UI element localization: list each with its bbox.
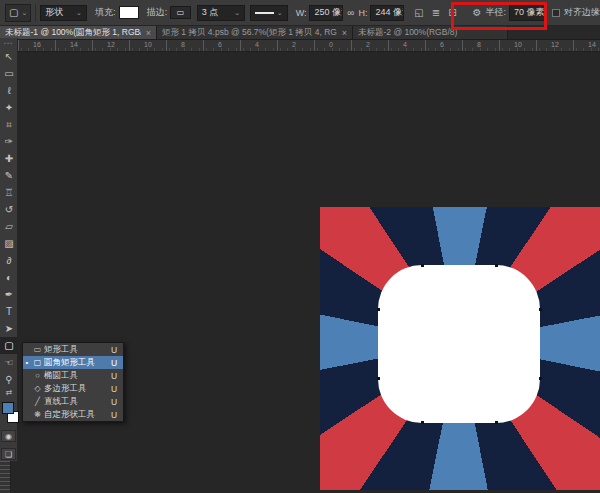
flyout-item-5[interactable]: ╱直线工具U — [23, 395, 123, 408]
tool-label: 直线工具 — [44, 396, 111, 408]
document-tab-3[interactable]: 未标题-2 @ 100%(RGB/8) — [353, 26, 508, 39]
flyout-item-4[interactable]: ◇多边形工具U — [23, 382, 123, 395]
tool-shortcut: U — [111, 345, 123, 355]
tool-shortcut: U — [111, 397, 123, 407]
ruler-number: 16 — [33, 41, 41, 48]
move-tool[interactable]: ↖ — [0, 48, 18, 65]
chevron-down-icon: ⌄ — [234, 9, 240, 17]
quick-mask-icon[interactable]: ◉ — [1, 430, 16, 442]
path-operations-icon[interactable]: ◱ — [410, 4, 427, 22]
path-anchor-point[interactable] — [539, 308, 542, 311]
hand-tool[interactable]: ☜ — [0, 354, 18, 371]
radius-label: 半径: — [485, 6, 506, 19]
lasso-tool[interactable]: ℓ — [0, 82, 18, 99]
document-tab-1[interactable]: 未标题-1 @ 100%(圆角矩形 1, RGB/8)*× — [0, 26, 157, 39]
ruler-number: 6 — [218, 41, 222, 48]
crop-tool[interactable]: ⌗ — [0, 116, 18, 133]
radius-input[interactable]: 70 像素 — [509, 5, 546, 21]
path-anchor-point[interactable] — [421, 421, 424, 424]
chevron-down-icon: ⌄ — [277, 9, 283, 17]
path-anchor-point[interactable] — [377, 308, 380, 311]
stroke-width-value: 3 点 — [202, 6, 232, 19]
document-tab-2[interactable]: 矩形 1 拷贝 4.psb @ 56.7%(矩形 1 拷贝 4, RGB/8)*… — [157, 26, 353, 39]
zoom-tool[interactable]: ⚲ — [0, 371, 18, 388]
chevron-down-icon: ⌄ — [21, 9, 27, 17]
screen-mode-icon[interactable]: ❏ — [1, 448, 16, 460]
tool-label: 矩形工具 — [44, 344, 111, 356]
panel-grip[interactable]: ••• — [0, 38, 17, 48]
height-input[interactable]: 244 像素 — [370, 5, 404, 21]
options-bar: ▢ ⌄ 形状 ⌄ 填充: 描边: ▭ 3 点 ⌄ ⌄ W: 250 像素 ∞ H… — [0, 0, 600, 26]
ruler-number: 10 — [514, 41, 522, 48]
width-input[interactable]: 250 像素 — [309, 5, 343, 21]
align-edges-checkbox[interactable] — [552, 9, 560, 17]
flyout-item-2[interactable]: •▢圆角矩形工具U — [23, 356, 123, 369]
vertical-ruler[interactable] — [0, 461, 11, 493]
tool-label: 多边形工具 — [44, 383, 111, 395]
path-anchor-point[interactable] — [421, 264, 424, 267]
ruler-number: 12 — [551, 41, 559, 48]
dodge-tool[interactable]: ◐ — [0, 269, 18, 286]
tool-label: 椭圆工具 — [44, 370, 111, 382]
ruler-number: 2 — [366, 41, 370, 48]
tools-list: ↖▭ℓ✦⌗✑✚✎♖↺▱▨∂◐✒T➤▢☜⚲ — [0, 48, 17, 388]
tool-label: 圆角矩形工具 — [44, 357, 111, 369]
document-canvas[interactable] — [320, 207, 600, 490]
separator — [35, 4, 36, 22]
gradient-tool[interactable]: ▨ — [0, 235, 18, 252]
tool-shortcut: U — [111, 384, 123, 394]
quick-selection-tool[interactable]: ✦ — [0, 99, 18, 116]
pen-tool[interactable]: ✒ — [0, 286, 18, 303]
brush-tool[interactable]: ✎ — [0, 167, 18, 184]
swap-colors-icon[interactable]: ⇄ — [0, 388, 18, 398]
stroke-label: 描边: — [147, 6, 168, 19]
close-icon[interactable]: × — [342, 28, 347, 38]
path-anchor-point[interactable] — [495, 264, 498, 267]
ruler-number: 2 — [292, 41, 296, 48]
flyout-item-6[interactable]: ❋自定形状工具U — [23, 408, 123, 421]
stroke-width-field[interactable]: 3 点 ⌄ — [197, 5, 245, 21]
path-selection-tool[interactable]: ➤ — [0, 320, 18, 337]
tab-label: 未标题-2 @ 100%(RGB/8) — [358, 27, 502, 39]
flyout-item-3[interactable]: ○椭圆工具U — [23, 369, 123, 382]
ruler-number: 8 — [477, 41, 481, 48]
eyedropper-tool[interactable]: ✑ — [0, 133, 18, 150]
healing-brush-tool[interactable]: ✚ — [0, 150, 18, 167]
fill-color-swatch[interactable] — [119, 6, 139, 19]
tab-label: 矩形 1 拷贝 4.psb @ 56.7%(矩形 1 拷贝 4, RGB/8)* — [162, 27, 337, 39]
path-alignment-icon[interactable]: ≣ — [428, 4, 444, 22]
tool-icon: ❋ — [31, 410, 44, 419]
photoshop-window: ▢ ⌄ 形状 ⌄ 填充: 描边: ▭ 3 点 ⌄ ⌄ W: 250 像素 ∞ H… — [0, 0, 600, 493]
horizontal-ruler[interactable]: 16141210864202468101214 — [18, 40, 600, 52]
fill-label: 填充: — [95, 6, 116, 19]
blur-tool[interactable]: ∂ — [0, 252, 18, 269]
tool-preset-icon: ▢ — [9, 7, 18, 18]
gear-icon[interactable]: ⚙ — [469, 4, 486, 22]
ruler-number: 12 — [107, 41, 115, 48]
link-dimensions-icon[interactable]: ∞ — [343, 4, 358, 22]
path-anchor-point[interactable] — [495, 421, 498, 424]
close-icon[interactable]: × — [146, 28, 151, 38]
path-arrange-icon[interactable]: ⊞ — [444, 4, 460, 22]
history-brush-tool[interactable]: ↺ — [0, 201, 18, 218]
shape-tool[interactable]: ▢ — [0, 337, 18, 354]
marquee-tool[interactable]: ▭ — [0, 65, 18, 82]
type-tool[interactable]: T — [0, 303, 18, 320]
stroke-color-swatch[interactable]: ▭ — [170, 6, 190, 19]
path-anchor-point[interactable] — [377, 377, 380, 380]
stroke-style-dropdown[interactable]: ⌄ — [250, 5, 287, 21]
clone-stamp-tool[interactable]: ♖ — [0, 184, 18, 201]
rounded-rectangle-shape — [378, 265, 540, 423]
flyout-item-1[interactable]: ▭矩形工具U — [23, 343, 123, 356]
tool-shortcut: U — [111, 358, 123, 368]
ruler-number: 8 — [181, 41, 185, 48]
tool-mode-value: 形状 — [45, 6, 73, 19]
eraser-tool[interactable]: ▱ — [0, 218, 18, 235]
tool-mode-dropdown[interactable]: 形状 ⌄ — [40, 5, 87, 21]
tool-preset-button[interactable]: ▢ ⌄ — [5, 4, 31, 22]
path-anchor-point[interactable] — [539, 377, 542, 380]
tool-icon: ○ — [31, 371, 44, 380]
foreground-color-swatch[interactable] — [2, 402, 14, 414]
tab-label: 未标题-1 @ 100%(圆角矩形 1, RGB/8)* — [5, 27, 141, 39]
ruler-number: 14 — [70, 41, 78, 48]
